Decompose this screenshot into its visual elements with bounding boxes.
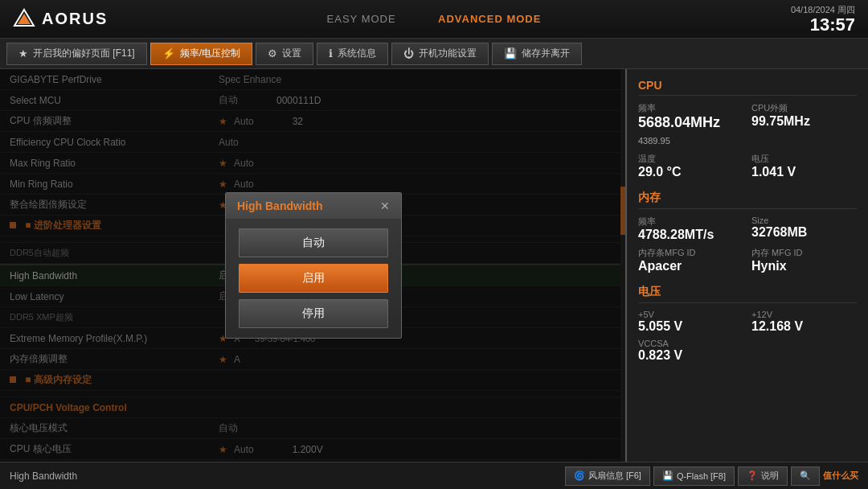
easy-mode-tab[interactable]: EASY MODE xyxy=(308,8,416,30)
power-icon: ⏻ xyxy=(403,47,414,60)
vccsa-label: VCCSA xyxy=(638,339,743,348)
advanced-mode-tab[interactable]: ADVANCED MODE xyxy=(419,8,560,30)
cpu-voltage-label: 电压 xyxy=(751,153,857,165)
fan-info-button[interactable]: 🌀 风扇信息 [F6] xyxy=(565,466,650,486)
cpu-voltage-item: 电压 1.041 V xyxy=(751,153,857,179)
freq-icon: ⚡ xyxy=(162,47,175,60)
mem-size-value: 32768MB xyxy=(751,225,857,240)
mem-size-label: Size xyxy=(751,216,857,225)
cpu-freq-label: 频率 xyxy=(638,102,743,114)
v12-label: +12V xyxy=(751,310,857,319)
info-icon: ℹ xyxy=(329,47,333,60)
v12-item: +12V 12.168 V xyxy=(751,310,857,334)
cpu-section-title: CPU xyxy=(638,79,857,96)
mem-freq-item: 频率 4788.28MT/s xyxy=(638,216,743,242)
navbar: ★ 开启我的偏好页面 [F11] ⚡ 频率/电压控制 ⚙ 设置 ℹ 系统信息 ⏻… xyxy=(0,39,868,69)
voltage-grid: +5V 5.055 V +12V 12.168 V VCCSA 0.823 V xyxy=(638,310,857,363)
mode-tabs: EASY MODE ADVANCED MODE xyxy=(308,8,561,30)
mem-freq-value: 4788.28MT/s xyxy=(638,228,743,242)
cpu-temp-item: 温度 29.0 °C xyxy=(638,153,743,179)
qflash-button[interactable]: 💾 Q-Flash [F8] xyxy=(653,466,735,486)
cpu-ext-freq-value: 99.75MHz xyxy=(751,114,857,129)
cpu-freq-value: 5688.04MHz 4389.95 xyxy=(638,114,743,148)
explain-button[interactable]: ❓ 说明 xyxy=(738,466,788,486)
v5-label: +5V xyxy=(638,310,743,319)
header-right: 04/18/2024 周四 13:57 xyxy=(791,4,855,34)
modal-header: High Bandwidth ✕ xyxy=(226,193,401,219)
watermark: 值什么买 xyxy=(823,470,858,482)
v12-value: 12.168 V xyxy=(751,319,857,334)
v5-item: +5V 5.055 V xyxy=(638,310,743,334)
modal-btn-auto[interactable]: 自动 xyxy=(239,228,388,257)
qflash-icon: 💾 xyxy=(662,471,674,481)
mem-freq-label: 频率 xyxy=(638,216,743,228)
nav-btn-favorites[interactable]: ★ 开启我的偏好页面 [F11] xyxy=(6,43,147,65)
nav-btn-freq-voltage[interactable]: ⚡ 频率/电压控制 xyxy=(150,43,252,65)
nav-btn-sysinfo[interactable]: ℹ 系统信息 xyxy=(317,43,388,65)
mem-mfg2-item: 内存 MFG ID Hynix xyxy=(751,247,857,273)
right-panel: CPU 频率 5688.04MHz 4389.95 CPU外频 99.75MHz… xyxy=(627,69,868,462)
nav-btn-save-exit[interactable]: 💾 储存并离开 xyxy=(492,43,582,65)
voltage-section: 电压 +5V 5.055 V +12V 12.168 V VCCSA 0.823… xyxy=(638,285,857,363)
header: AORUS EASY MODE ADVANCED MODE 04/18/2024… xyxy=(0,0,868,39)
explain-icon: ❓ xyxy=(747,471,758,481)
v5-value: 5.055 V xyxy=(638,319,743,334)
cpu-grid: 频率 5688.04MHz 4389.95 CPU外频 99.75MHz 温度 … xyxy=(638,102,857,179)
vccsa-item: VCCSA 0.823 V xyxy=(638,339,743,363)
mem-mfg-value: Apacer xyxy=(638,259,743,273)
modal-overlay: High Bandwidth ✕ 自动 启用 停用 xyxy=(0,69,627,462)
search-icon: 🔍 xyxy=(800,471,811,481)
memory-grid: 频率 4788.28MT/s Size 32768MB 内存条MFG ID Ap… xyxy=(638,216,857,273)
memory-section: 内存 频率 4788.28MT/s Size 32768MB 内存条MFG ID… xyxy=(638,191,857,273)
left-panel: GIGABYTE PerfDrive Spec Enhance Select M… xyxy=(0,69,627,462)
mem-mfg-item: 内存条MFG ID Apacer xyxy=(638,247,743,273)
logo: AORUS xyxy=(13,8,108,31)
cpu-temp-value: 29.0 °C xyxy=(638,165,743,179)
svg-marker-1 xyxy=(18,14,31,24)
time-display: 04/18/2024 周四 13:57 xyxy=(791,4,855,34)
aorus-logo-icon xyxy=(13,8,35,31)
memory-section-title: 内存 xyxy=(638,191,857,209)
modal-body: 自动 启用 停用 xyxy=(226,219,401,338)
status-buttons: 🌀 风扇信息 [F6] 💾 Q-Flash [F8] ❓ 说明 🔍 值什么买 xyxy=(565,466,858,486)
voltage-section-title: 电压 xyxy=(638,285,857,303)
modal-btn-disable[interactable]: 停用 xyxy=(239,299,388,328)
save-icon: 💾 xyxy=(504,47,517,60)
status-bar: High Bandwidth 🌀 风扇信息 [F6] 💾 Q-Flash [F8… xyxy=(0,462,868,489)
mem-mfg2-value: Hynix xyxy=(751,259,857,273)
nav-btn-boot[interactable]: ⏻ 开机功能设置 xyxy=(391,43,489,65)
mem-size-item: Size 32768MB xyxy=(751,216,857,242)
cpu-freq-item: 频率 5688.04MHz 4389.95 xyxy=(638,102,743,148)
mem-mfg-label: 内存条MFG ID xyxy=(638,247,743,259)
mem-mfg2-label: 内存 MFG ID xyxy=(751,247,857,259)
logo-text: AORUS xyxy=(42,10,108,28)
high-bandwidth-modal: High Bandwidth ✕ 自动 启用 停用 xyxy=(225,192,402,339)
star-icon: ★ xyxy=(18,47,28,60)
status-text: High Bandwidth xyxy=(10,471,77,482)
cpu-temp-label: 温度 xyxy=(638,153,743,165)
nav-btn-settings[interactable]: ⚙ 设置 xyxy=(256,43,313,65)
gear-icon: ⚙ xyxy=(268,47,277,60)
cpu-section: CPU 频率 5688.04MHz 4389.95 CPU外频 99.75MHz… xyxy=(638,79,857,179)
cpu-voltage-value: 1.041 V xyxy=(751,165,857,179)
fan-icon: 🌀 xyxy=(574,471,585,481)
main-area: GIGABYTE PerfDrive Spec Enhance Select M… xyxy=(0,69,868,462)
modal-close-button[interactable]: ✕ xyxy=(380,199,390,212)
time-big: 13:57 xyxy=(791,16,855,34)
cpu-ext-freq-label: CPU外频 xyxy=(751,102,857,114)
modal-title: High Bandwidth xyxy=(237,199,323,212)
vccsa-value: 0.823 V xyxy=(638,348,743,363)
cpu-ext-freq-item: CPU外频 99.75MHz xyxy=(751,102,857,148)
modal-btn-enable[interactable]: 启用 xyxy=(239,264,388,293)
search-button[interactable]: 🔍 xyxy=(791,466,820,486)
